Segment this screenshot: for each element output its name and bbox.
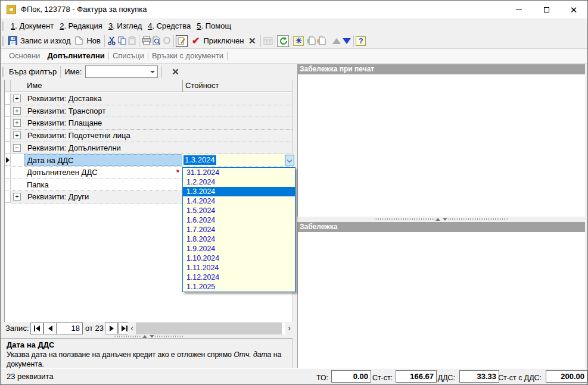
tab-links[interactable]: Връзки с документи [148,49,227,64]
print-icon[interactable] [141,36,151,46]
clear-filter-icon[interactable]: ✕ [172,67,179,77]
filter-grip[interactable] [2,67,4,77]
grid-row[interactable]: +Реквизити: Доставка [11,93,293,105]
info-description: Указва дата на ползване на данъчен креди… [7,350,291,369]
note-area[interactable] [297,232,585,368]
selected-row-highlight: Дата на ДДС [24,154,182,166]
row-gutter[interactable] [5,142,11,154]
right-splitter-handle[interactable] [297,217,585,222]
menu-grip[interactable] [2,21,4,31]
page-prev-icon[interactable] [306,36,316,46]
window-title: ФПок, 123778 - Фактура за покупка [21,1,147,18]
new-button[interactable]: Нов [72,34,102,48]
expand-icon[interactable]: + [13,132,21,139]
print-preview-icon[interactable] [151,36,161,46]
copy-icon[interactable] [117,36,127,46]
group-row-label: Реквизити: Подотчетни лица [27,130,130,142]
move-up-icon[interactable] [331,36,341,46]
maximize-button[interactable] [533,1,560,18]
current-row-marker [6,157,10,163]
grid-row[interactable]: +Реквизити: Плащане [11,117,293,130]
row-gutter[interactable] [5,93,11,105]
app-window: ФПок, 123778 - Фактура за покупка ✕ 1. Д… [0,0,588,385]
row-gutter[interactable] [5,154,11,166]
expand-icon[interactable]: + [13,193,21,201]
attach-icon[interactable] [161,36,172,46]
expand-icon[interactable]: + [13,95,21,102]
tab-lists[interactable]: Списъци [109,49,148,64]
dropdown-item[interactable]: 1.2.2024 [183,177,295,187]
status-cost-label: Ст-ст: [372,373,393,383]
dropdown-item[interactable]: 1.1.2025 [183,282,295,292]
refresh-icon[interactable] [277,35,289,47]
row-gutter[interactable] [5,130,11,142]
save-exit-button[interactable]: Запис и изход [6,34,72,48]
horizontal-scrollbar[interactable]: ‹ › [128,323,293,334]
dropdown-item[interactable]: 1.11.2024 [183,263,295,273]
menu-tools[interactable]: 4. Средства [145,19,194,33]
toolbar-grip[interactable] [2,36,4,46]
tab-main[interactable]: Основни [5,49,43,64]
next-record-button[interactable] [105,323,118,334]
row-gutter[interactable] [5,105,11,117]
cut-icon[interactable] [107,36,117,46]
menu-edit[interactable]: 2. Редакция [57,19,105,33]
menu-document[interactable]: 1. Документ [8,19,57,33]
completed-button[interactable]: ✔ Приключен [190,34,245,48]
tab-strip: Основни Допълнителни Списъци Връзки с до… [1,49,587,64]
grid-row[interactable]: +Реквизити: Подотчетни лица [11,130,293,142]
scroll-right-icon[interactable]: › [285,323,293,334]
tab-additional[interactable]: Допълнителни [43,49,108,64]
new-document-icon [74,36,84,46]
dropdown-item[interactable]: 1.7.2024 [183,225,295,234]
scroll-left-icon[interactable]: ‹ [128,323,136,334]
child-row-label: Папка [27,179,49,190]
filter-name-combo[interactable] [85,65,158,78]
status-bar: 23 реквизита ТО: 0.00 Ст-ст: 166.67 ДДС:… [1,368,587,384]
status-cost-value: 166.67 [396,370,437,383]
row-gutter[interactable] [5,179,11,190]
page-next-icon[interactable] [316,36,326,46]
grid-row[interactable]: −Реквизити: Допълнителни [11,142,293,154]
print-note-area[interactable] [297,74,585,217]
asterisk-icon[interactable]: ✳ [293,36,304,46]
scrollbar-thumb[interactable] [136,323,282,334]
group-row-label: Реквизити: Транспорт [27,105,105,117]
menu-view[interactable]: 3. Изглед [105,19,145,33]
dropdown-item[interactable]: 1.12.2024 [183,273,295,282]
record-navigator: Запис: 18 от 23 ‹ › [1,322,293,335]
dropdown-item[interactable]: 1.4.2024 [183,196,295,206]
combo-dropdown-button[interactable] [285,155,294,165]
dropdown-item[interactable]: 1.10.2024 [183,253,295,263]
edit-toggle-icon[interactable] [176,35,188,47]
dropdown-item[interactable]: 1.3.2024 [183,187,295,196]
first-record-button[interactable] [30,323,43,334]
combo-arrow-icon [150,71,155,73]
row-gutter[interactable] [5,191,11,203]
grid-row[interactable]: +Реквизити: Транспорт [11,105,293,117]
dropdown-item[interactable]: 1.6.2024 [183,215,295,225]
menu-help[interactable]: 5. Помощ [194,19,234,33]
expand-icon[interactable]: + [13,119,21,127]
prev-record-button[interactable] [43,323,57,334]
expand-icon[interactable]: + [13,107,21,115]
move-down-icon[interactable] [341,36,351,46]
row-gutter[interactable] [5,167,11,179]
grid-header-name[interactable]: Име [27,80,42,92]
table-icon[interactable] [263,36,273,46]
help-icon[interactable]: ? [356,36,366,46]
close-button[interactable]: ✕ [560,1,587,18]
dropdown-item[interactable]: 1.5.2024 [183,206,295,215]
date-vat-combo[interactable]: 1.3.2024 [182,154,295,166]
paste-icon[interactable] [127,36,137,46]
minimize-button[interactable] [505,1,533,18]
dropdown-item[interactable]: 31.1.2024 [183,168,295,177]
grid-header-value[interactable]: Стойност [185,80,219,92]
row-gutter[interactable] [5,117,11,129]
record-number-input[interactable]: 18 [56,323,83,334]
dropdown-item[interactable]: 1.8.2024 [183,234,295,244]
delete-x-icon[interactable]: ✕ [245,36,259,46]
collapse-icon[interactable]: − [13,144,21,152]
dropdown-item[interactable]: 1.9.2024 [183,244,295,253]
toolbar: Запис и изход Нов [1,33,587,49]
